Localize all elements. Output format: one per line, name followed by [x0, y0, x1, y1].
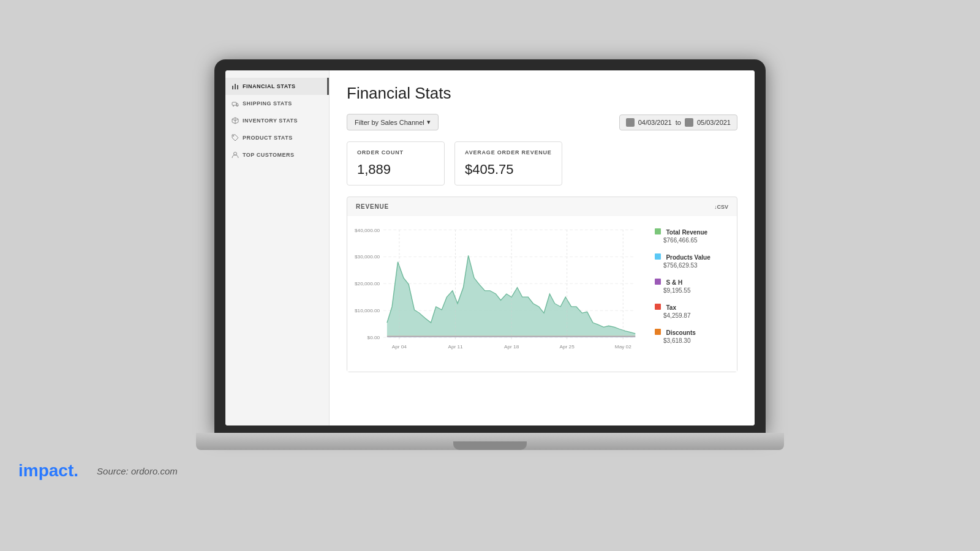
svg-text:$40,000.00: $40,000.00 [355, 228, 380, 233]
sidebar-item-top-customers[interactable]: Top Customers [225, 146, 329, 163]
sidebar-item-inventory-stats[interactable]: Inventory Stats [225, 112, 329, 129]
svg-text:$0.00: $0.00 [368, 335, 380, 340]
tag-icon [232, 134, 239, 141]
calendar-from-icon [626, 118, 635, 127]
calendar-to-icon [685, 118, 693, 127]
truck-icon [232, 100, 239, 107]
svg-rect-3 [232, 102, 236, 105]
revenue-title: REVENUE [356, 203, 389, 210]
legend-dot-tax [655, 304, 661, 310]
avg-order-revenue-value: $405.75 [465, 162, 552, 178]
svg-rect-1 [235, 84, 236, 89]
svg-text:$20,000.00: $20,000.00 [355, 282, 380, 287]
svg-text:$10,000.00: $10,000.00 [355, 309, 380, 313]
sidebar-item-shipping-stats[interactable]: Shipping Stats [225, 95, 329, 112]
avg-order-revenue-label: AVERAGE ORDER REVENUE [465, 149, 552, 156]
order-count-value: 1,889 [357, 162, 434, 178]
svg-text:Apr 04: Apr 04 [392, 344, 407, 349]
legend-sh: S & H $9,195.55 [655, 276, 729, 294]
legend-dot-products-value [655, 253, 661, 260]
svg-point-6 [233, 135, 234, 137]
main-content: Financial Stats Filter by Sales Channel … [330, 70, 755, 425]
svg-text:Apr 18: Apr 18 [504, 344, 519, 349]
date-separator: to [676, 119, 681, 126]
laptop-base [196, 433, 784, 450]
legend-discounts: Discounts $3,618.30 [655, 326, 729, 344]
legend-total-revenue: Total Revenue $766,466.65 [655, 226, 729, 244]
revenue-body: $40,000.00 $30,000.00 $20,000.00 $10,000… [347, 216, 737, 372]
stat-cards: ORDER COUNT 1,889 AVERAGE ORDER REVENUE … [347, 141, 737, 186]
revenue-header: REVENUE ↓CSV [347, 197, 737, 216]
page-title: Financial Stats [347, 84, 737, 103]
sidebar-item-product-stats[interactable]: Product Stats [225, 129, 329, 146]
legend-dot-total-revenue [655, 228, 661, 234]
impact-logo: impact. [18, 461, 78, 481]
revenue-section: REVENUE ↓CSV [347, 197, 737, 372]
svg-text:May 02: May 02 [615, 344, 631, 349]
legend-dot-discounts [655, 329, 661, 335]
branding-bar: impact. Source: ordoro.com [0, 450, 980, 492]
legend-products-value: Products Value $756,629.53 [655, 251, 729, 269]
avg-order-revenue-card: AVERAGE ORDER REVENUE $405.75 [454, 141, 562, 186]
date-range-picker[interactable]: 04/03/2021 to 05/03/2021 [619, 114, 737, 130]
chart-legend: Total Revenue $766,466.65 Products Value… [650, 223, 729, 364]
svg-point-4 [233, 105, 234, 107]
svg-text:Apr 25: Apr 25 [560, 344, 575, 349]
user-icon [232, 151, 239, 159]
svg-rect-0 [232, 86, 233, 89]
legend-tax: Tax $4,259.87 [655, 301, 729, 319]
svg-point-5 [236, 105, 238, 107]
source-text: Source: ordoro.com [97, 466, 178, 476]
date-from: 04/03/2021 [638, 119, 672, 126]
legend-dot-sh [655, 279, 661, 285]
revenue-chart-container: $40,000.00 $30,000.00 $20,000.00 $10,000… [355, 223, 643, 364]
sidebar: Financial Stats Shipping Stats [225, 70, 330, 425]
date-to: 05/03/2021 [697, 119, 731, 126]
revenue-chart-svg: $40,000.00 $30,000.00 $20,000.00 $10,000… [355, 223, 643, 364]
order-count-card: ORDER COUNT 1,889 [347, 141, 445, 186]
toolbar: Filter by Sales Channel ▾ 04/03/2021 to … [347, 114, 737, 130]
chart-icon [232, 83, 239, 90]
svg-text:Apr 11: Apr 11 [448, 344, 462, 349]
sidebar-item-financial-stats[interactable]: Financial Stats [225, 78, 329, 95]
csv-download-button[interactable]: ↓CSV [714, 204, 728, 210]
laptop-notch [453, 441, 527, 450]
box-icon [232, 117, 239, 124]
svg-text:$30,000.00: $30,000.00 [355, 255, 380, 260]
filter-sales-channel-button[interactable]: Filter by Sales Channel ▾ [347, 114, 439, 130]
order-count-label: ORDER COUNT [357, 149, 434, 156]
svg-rect-2 [237, 85, 238, 89]
